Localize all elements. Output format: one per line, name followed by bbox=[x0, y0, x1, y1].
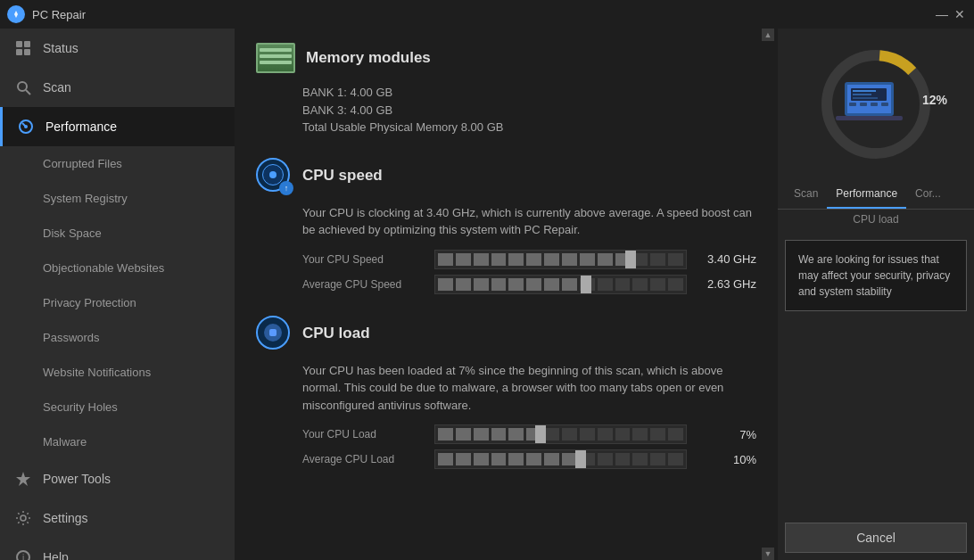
sidebar-item-settings[interactable]: Settings bbox=[0, 498, 235, 538]
svg-text:i: i bbox=[22, 553, 24, 560]
svg-point-5 bbox=[18, 82, 27, 91]
sidebar-item-power-tools-label: Power Tools bbox=[43, 472, 111, 486]
app-icon bbox=[7, 5, 25, 23]
cpu-speed-header: ↑ CPU speed bbox=[256, 158, 756, 194]
sidebar-item-privacy-protection[interactable]: Privacy Protection bbox=[0, 285, 235, 320]
cpu-speed-section: ↑ CPU speed Your CPU is clocking at 3.40… bbox=[256, 158, 756, 294]
sidebar-item-system-registry-label: System Registry bbox=[43, 192, 128, 205]
sidebar-item-system-registry[interactable]: System Registry bbox=[0, 181, 235, 216]
sidebar-item-status-label: Status bbox=[43, 41, 78, 55]
status-icon bbox=[14, 39, 32, 57]
sidebar-item-objectionable-websites[interactable]: Objectionable Websites bbox=[0, 251, 235, 285]
scroll-up-arrow[interactable]: ▲ bbox=[762, 29, 774, 41]
cpu-load-header: CPU load bbox=[256, 316, 756, 351]
titlebar: PC Repair — ✕ bbox=[0, 0, 974, 29]
donut-container: 12% bbox=[813, 42, 938, 167]
cpu-speed-avg-bar bbox=[434, 275, 687, 294]
svg-rect-2 bbox=[24, 41, 30, 47]
tooltip-box: We are looking for issues that may affec… bbox=[785, 240, 967, 311]
sidebar-item-performance[interactable]: Performance bbox=[0, 107, 235, 146]
sidebar-item-malware[interactable]: Malware bbox=[0, 424, 235, 459]
cpu-speed-your-bar bbox=[434, 250, 687, 269]
memory-bank1: BANK 1: 4.00 GB bbox=[302, 84, 756, 102]
memory-icon bbox=[256, 43, 295, 73]
memory-section-header: Memory modules bbox=[256, 43, 756, 73]
donut-percent: 12% bbox=[922, 93, 947, 107]
svg-rect-1 bbox=[16, 41, 22, 47]
sidebar-item-power-tools[interactable]: Power Tools bbox=[0, 459, 235, 498]
donut-chart bbox=[813, 42, 938, 167]
memory-bank3: BANK 3: 4.00 GB bbox=[302, 102, 756, 119]
close-button[interactable]: ✕ bbox=[953, 7, 967, 21]
sidebar-item-help[interactable]: i Help bbox=[0, 538, 235, 560]
sidebar: Status Scan Performance Corrupted Files … bbox=[0, 29, 235, 560]
cpu-load-avg-label: Average CPU Load bbox=[302, 453, 427, 465]
cpu-load-icon bbox=[256, 316, 292, 351]
tab-cor[interactable]: Cor... bbox=[906, 180, 950, 209]
settings-icon bbox=[14, 509, 32, 527]
cpu-load-avg-bar bbox=[434, 449, 687, 469]
cpu-speed-description: Your CPU is clocking at 3.40 GHz, which … bbox=[302, 204, 756, 239]
svg-rect-4 bbox=[24, 49, 30, 55]
cpu-speed-avg-label: Average CPU Speed bbox=[302, 278, 427, 291]
sidebar-item-privacy-protection-label: Privacy Protection bbox=[43, 296, 136, 309]
svg-rect-3 bbox=[16, 49, 22, 55]
sidebar-item-scan[interactable]: Scan bbox=[0, 68, 235, 107]
sidebar-item-scan-label: Scan bbox=[43, 80, 71, 95]
memory-section-body: BANK 1: 4.00 GB BANK 3: 4.00 GB Total Us… bbox=[302, 84, 756, 136]
scroll-down-arrow[interactable]: ▼ bbox=[762, 548, 774, 560]
tab-performance[interactable]: Performance bbox=[827, 180, 906, 209]
spacer bbox=[778, 318, 974, 523]
sidebar-item-passwords[interactable]: Passwords bbox=[0, 320, 235, 355]
sidebar-item-website-notifications[interactable]: Website Notifications bbox=[0, 355, 235, 390]
scan-icon bbox=[14, 78, 32, 96]
sidebar-item-malware-label: Malware bbox=[43, 435, 87, 449]
memory-section-title: Memory modules bbox=[306, 49, 431, 67]
cpu-load-tab-label: CPU load bbox=[778, 210, 974, 233]
cpu-speed-avg-value: 2.63 GHz bbox=[694, 277, 756, 291]
sidebar-item-passwords-label: Passwords bbox=[43, 331, 100, 344]
tab-scan[interactable]: Scan bbox=[785, 180, 827, 209]
svg-rect-18 bbox=[849, 103, 856, 106]
svg-rect-20 bbox=[871, 103, 878, 106]
sidebar-item-disk-space[interactable]: Disk Space bbox=[0, 216, 235, 251]
app-title: PC Repair bbox=[32, 8, 86, 21]
content-inner: Memory modules BANK 1: 4.00 GB BANK 3: 4… bbox=[235, 29, 778, 505]
svg-marker-9 bbox=[16, 472, 30, 486]
cpu-speed-title: CPU speed bbox=[302, 167, 383, 185]
cpu-speed-your-label: Your CPU Speed bbox=[302, 253, 427, 266]
cancel-button[interactable]: Cancel bbox=[785, 523, 967, 553]
sidebar-item-settings-label: Settings bbox=[43, 511, 88, 525]
power-tools-icon bbox=[14, 470, 32, 488]
cpu-speed-icon: ↑ bbox=[256, 158, 292, 194]
svg-line-6 bbox=[26, 90, 30, 95]
sidebar-item-website-notifications-label: Website Notifications bbox=[43, 366, 151, 379]
svg-rect-21 bbox=[881, 103, 888, 106]
cpu-load-your-label: Your CPU Load bbox=[302, 428, 427, 441]
memory-total: Total Usable Physical Memory 8.00 GB bbox=[302, 119, 756, 136]
titlebar-left: PC Repair bbox=[7, 5, 86, 23]
sidebar-item-corrupted-files[interactable]: Corrupted Files bbox=[0, 146, 235, 181]
donut-area: 12% bbox=[778, 29, 974, 180]
cpu-load-section: CPU load Your CPU has been loaded at 7% … bbox=[256, 316, 756, 470]
sidebar-item-security-holes-label: Security Holes bbox=[43, 400, 118, 414]
cpu-load-your-bar-row: Your CPU Load 7% bbox=[302, 424, 756, 444]
cpu-load-avg-value: 10% bbox=[694, 453, 756, 466]
cpu-speed-avg-bar-row: Average CPU Speed 2.63 GHz bbox=[302, 275, 756, 294]
main-content: ▲ Memory modules BANK 1: 4.00 GB BANK 3:… bbox=[235, 29, 778, 560]
svg-point-8 bbox=[24, 125, 28, 128]
cpu-load-title: CPU load bbox=[302, 325, 370, 342]
sidebar-item-security-holes[interactable]: Security Holes bbox=[0, 390, 235, 424]
cpu-load-avg-bar-row: Average CPU Load 10% bbox=[302, 449, 756, 469]
help-icon: i bbox=[14, 548, 32, 560]
cpu-load-bars: Your CPU Load 7% Average CPU Load 10% bbox=[302, 424, 756, 469]
right-panel: 12% Scan Performance Cor... CPU load We … bbox=[778, 29, 974, 560]
cpu-speed-your-bar-row: Your CPU Speed 3.40 GHz bbox=[302, 250, 756, 269]
minimize-button[interactable]: — bbox=[935, 7, 949, 21]
sidebar-item-status[interactable]: Status bbox=[0, 29, 235, 68]
svg-rect-19 bbox=[860, 103, 867, 106]
sidebar-item-disk-space-label: Disk Space bbox=[43, 226, 102, 240]
svg-rect-17 bbox=[836, 116, 903, 120]
performance-icon bbox=[17, 118, 35, 136]
sidebar-item-help-label: Help bbox=[43, 550, 69, 560]
